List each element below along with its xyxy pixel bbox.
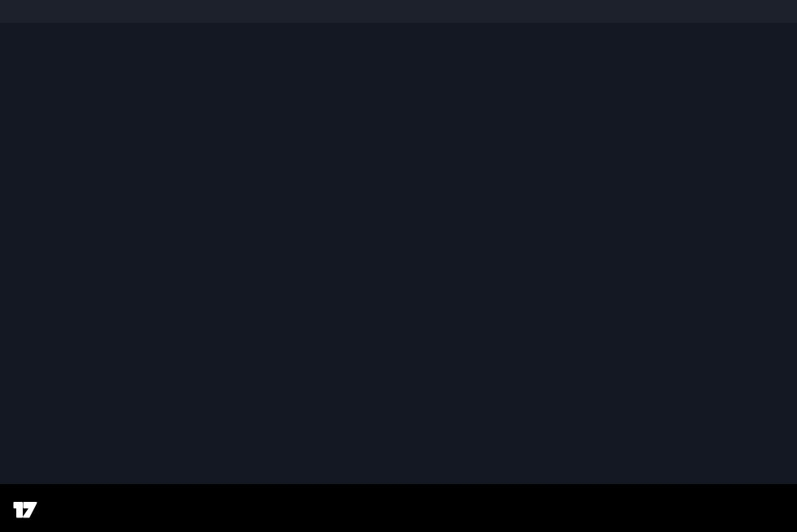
chart-canvas[interactable] [0, 23, 797, 484]
tradingview-snapshot [0, 0, 797, 532]
sma-legend-row [11, 40, 43, 54]
rsi-legend [11, 364, 24, 378]
attribution-bar [0, 0, 797, 23]
rsi-legend-row [11, 364, 24, 378]
footer-bar [0, 484, 797, 532]
price-legend [11, 26, 43, 54]
tradingview-logo-icon [13, 497, 37, 519]
symbol-legend-row [11, 26, 43, 40]
